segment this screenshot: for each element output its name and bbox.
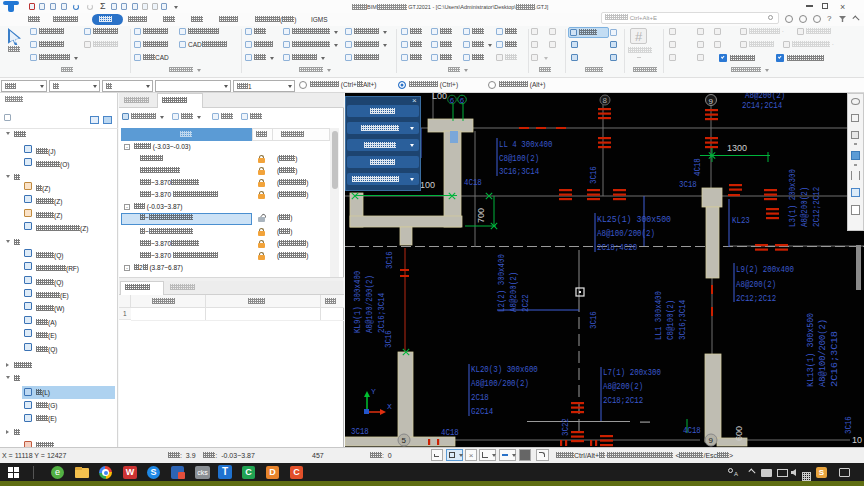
svg-text:3C16: 3C16 bbox=[589, 166, 599, 184]
svg-text:A8@100/200(2): A8@100/200(2) bbox=[471, 379, 529, 389]
svg-text:L3(1) 200x300: L3(1) 200x300 bbox=[788, 169, 798, 227]
svg-text:3C16: 3C16 bbox=[384, 330, 394, 348]
svg-text:2C18;2C12: 2C18;2C12 bbox=[603, 396, 643, 406]
svg-text:A8@200(2): A8@200(2) bbox=[800, 187, 810, 227]
svg-text:KL9(1) 300x400: KL9(1) 300x400 bbox=[353, 271, 363, 333]
svg-text:1300: 1300 bbox=[727, 143, 747, 153]
svg-text:L2(2) 300x400: L2(2) 300x400 bbox=[497, 254, 507, 312]
svg-text:600: 600 bbox=[734, 426, 744, 441]
svg-text:A8@200(2): A8@200(2) bbox=[509, 272, 519, 312]
svg-text:3C16: 3C16 bbox=[589, 311, 599, 329]
svg-text:A8@100/200(2): A8@100/200(2) bbox=[818, 319, 828, 387]
svg-text:KL13(1) 300x500: KL13(1) 300x500 bbox=[806, 313, 816, 387]
svg-text:X: X bbox=[387, 402, 392, 411]
svg-text:2C18;4C20: 2C18;4C20 bbox=[597, 243, 637, 253]
svg-text:4C18: 4C18 bbox=[693, 158, 703, 176]
svg-text:LL1 300x400: LL1 300x400 bbox=[654, 291, 664, 340]
svg-text:4C18: 4C18 bbox=[464, 178, 482, 188]
svg-text:2C18: 2C18 bbox=[471, 393, 489, 403]
svg-text:A8@200(2): A8@200(2) bbox=[745, 93, 785, 101]
svg-text:A8@200(2): A8@200(2) bbox=[603, 382, 643, 392]
svg-text:6: 6 bbox=[450, 96, 455, 105]
svg-text:3C16;3C14: 3C16;3C14 bbox=[499, 167, 539, 177]
svg-text:2C22: 2C22 bbox=[521, 294, 531, 312]
svg-text:4C18: 4C18 bbox=[441, 428, 459, 438]
svg-text:3C16;3C14: 3C16;3C14 bbox=[678, 300, 688, 340]
svg-text:10: 10 bbox=[852, 435, 862, 445]
svg-text:8: 8 bbox=[603, 96, 608, 105]
svg-text:Y: Y bbox=[371, 387, 376, 396]
svg-text:3C22: 3C22 bbox=[561, 418, 571, 436]
svg-text:2C16;3C14: 2C16;3C14 bbox=[377, 293, 387, 333]
svg-text:2C16;3C18: 2C16;3C18 bbox=[830, 331, 840, 387]
svg-text:3C16: 3C16 bbox=[844, 416, 854, 434]
svg-text:KL23: KL23 bbox=[732, 216, 750, 226]
svg-text:2C12;2C12: 2C12;2C12 bbox=[736, 294, 776, 304]
svg-text:3C18: 3C18 bbox=[351, 427, 369, 437]
svg-text:9: 9 bbox=[709, 436, 714, 445]
svg-text:3C18: 3C18 bbox=[679, 180, 697, 190]
svg-text:6: 6 bbox=[460, 96, 465, 105]
svg-text:2C14;2C14: 2C14;2C14 bbox=[742, 101, 782, 111]
svg-text:100: 100 bbox=[420, 180, 435, 190]
svg-text:A8@100/200(2): A8@100/200(2) bbox=[365, 275, 375, 333]
svg-text:4C18: 4C18 bbox=[683, 426, 701, 436]
svg-text:A8@100/200(2): A8@100/200(2) bbox=[597, 229, 655, 239]
svg-text:A8@200(2): A8@200(2) bbox=[736, 280, 776, 290]
svg-text:700: 700 bbox=[476, 208, 486, 223]
svg-text:3C16: 3C16 bbox=[385, 251, 395, 269]
svg-text:C8@100(2): C8@100(2) bbox=[666, 300, 676, 340]
svg-text:L7(1) 200x300: L7(1) 200x300 bbox=[603, 368, 661, 378]
svg-text:KL25(1) 300x500: KL25(1) 300x500 bbox=[597, 215, 671, 225]
svg-text:L9(2) 200x400: L9(2) 200x400 bbox=[736, 265, 794, 275]
svg-text:9: 9 bbox=[709, 97, 714, 106]
svg-text:LL 4 300x400: LL 4 300x400 bbox=[499, 140, 552, 150]
svg-text:2C12;2C12: 2C12;2C12 bbox=[812, 187, 822, 227]
svg-text:C8@100(2): C8@100(2) bbox=[499, 154, 539, 164]
svg-text:KL20(3) 300x600: KL20(3) 300x600 bbox=[471, 365, 538, 375]
svg-text:L00: L00 bbox=[432, 93, 447, 101]
svg-text:5: 5 bbox=[402, 436, 407, 445]
svg-text:G2C14: G2C14 bbox=[471, 407, 493, 417]
